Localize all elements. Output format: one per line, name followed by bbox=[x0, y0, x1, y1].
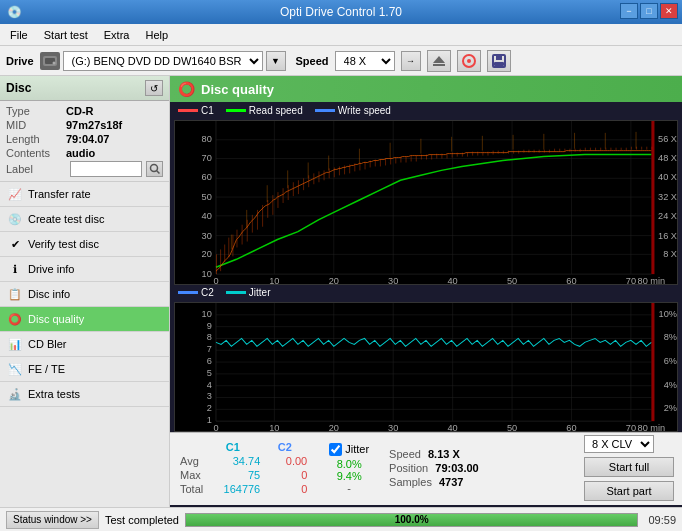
disc-quality-icon: ⭕ bbox=[8, 312, 22, 326]
save-button[interactable] bbox=[487, 50, 511, 72]
disc-type-value: CD-R bbox=[66, 105, 94, 117]
svg-rect-147 bbox=[616, 148, 617, 151]
jitter-checkbox[interactable] bbox=[329, 443, 342, 456]
disc-type-row: Type CD-R bbox=[6, 105, 163, 117]
svg-text:10: 10 bbox=[202, 269, 212, 279]
svg-text:70: 70 bbox=[202, 154, 212, 164]
menu-file[interactable]: File bbox=[4, 27, 34, 43]
svg-text:80 min: 80 min bbox=[638, 276, 666, 284]
disc-contents-value: audio bbox=[66, 147, 95, 159]
svg-rect-101 bbox=[380, 160, 381, 167]
fe-te-icon: 📉 bbox=[8, 362, 22, 376]
svg-rect-79 bbox=[267, 200, 268, 218]
content-header-title: Disc quality bbox=[201, 82, 274, 97]
svg-text:5: 5 bbox=[207, 368, 212, 378]
extra-tests-icon: 🔬 bbox=[8, 387, 22, 401]
position-key: Position bbox=[389, 462, 428, 474]
cd-bler-icon: 📊 bbox=[8, 337, 22, 351]
sidebar-item-drive-info[interactable]: ℹ Drive info bbox=[0, 257, 169, 282]
svg-rect-107 bbox=[411, 156, 412, 162]
menu-extra[interactable]: Extra bbox=[98, 27, 136, 43]
drive-dropdown[interactable]: (G:) BENQ DVD DD DW1640 BSRB bbox=[63, 51, 263, 71]
svg-text:4%: 4% bbox=[664, 380, 677, 390]
svg-rect-84 bbox=[293, 182, 294, 196]
clv-dropdown[interactable]: 8 X CLV bbox=[584, 435, 654, 453]
disc-info-icon: 📋 bbox=[8, 287, 22, 301]
svg-rect-153 bbox=[646, 147, 647, 150]
svg-text:70: 70 bbox=[626, 276, 636, 284]
stats-table: C1 C2 Avg 34.74 0.00 Max 75 0 Total bbox=[178, 439, 309, 497]
svg-text:80 min: 80 min bbox=[638, 423, 666, 431]
samples-key: Samples bbox=[389, 476, 432, 488]
drive-info-icon: ℹ bbox=[8, 262, 22, 276]
minimize-button[interactable]: − bbox=[620, 3, 638, 19]
svg-point-2 bbox=[52, 61, 55, 64]
legend-c2: C2 bbox=[178, 287, 214, 298]
jitter-section: Jitter 8.0% 9.4% - bbox=[329, 443, 369, 494]
position-row: Position 79:03.00 bbox=[389, 462, 479, 474]
sidebar-item-verify-test-disc[interactable]: ✔ Verify test disc bbox=[0, 232, 169, 257]
svg-text:10%: 10% bbox=[659, 309, 677, 319]
status-time: 09:59 bbox=[648, 514, 676, 526]
start-part-button[interactable]: Start part bbox=[584, 481, 674, 501]
sidebar-item-cd-bler[interactable]: 📊 CD Bler bbox=[0, 332, 169, 357]
svg-rect-151 bbox=[636, 147, 637, 150]
disc-contents-row: Contents audio bbox=[6, 147, 163, 159]
drive-refresh-button[interactable]: ▼ bbox=[266, 51, 286, 71]
sidebar-item-fe-te[interactable]: 📉 FE / TE bbox=[0, 357, 169, 382]
svg-rect-102 bbox=[385, 159, 386, 166]
sidebar-item-disc-quality[interactable]: ⭕ Disc quality bbox=[0, 307, 169, 332]
verify-test-disc-icon: ✔ bbox=[8, 237, 22, 251]
sidebar-item-label-cd-bler: CD Bler bbox=[28, 338, 67, 350]
svg-rect-89 bbox=[318, 171, 319, 182]
svg-rect-75 bbox=[247, 220, 248, 242]
app-title: Opti Drive Control 1.70 bbox=[280, 5, 402, 19]
svg-text:7: 7 bbox=[207, 344, 212, 354]
sidebar-item-transfer-rate[interactable]: 📈 Transfer rate bbox=[0, 182, 169, 207]
sidebar: Disc ↺ Type CD-R MID 97m27s18f Length 79… bbox=[0, 76, 170, 507]
speed-key: Speed bbox=[389, 448, 421, 460]
eject-button[interactable] bbox=[427, 50, 451, 72]
sidebar-item-disc-info[interactable]: 📋 Disc info bbox=[0, 282, 169, 307]
svg-rect-127 bbox=[513, 151, 514, 154]
svg-text:60: 60 bbox=[566, 276, 576, 284]
svg-text:50: 50 bbox=[202, 192, 212, 202]
legend-jitter-color bbox=[226, 291, 246, 294]
svg-rect-77 bbox=[257, 210, 258, 230]
burn-button[interactable] bbox=[457, 50, 481, 72]
status-window-button[interactable]: Status window >> bbox=[6, 511, 99, 529]
disc-refresh-button[interactable]: ↺ bbox=[145, 80, 163, 96]
menu-start-test[interactable]: Start test bbox=[38, 27, 94, 43]
sidebar-item-extra-tests[interactable]: 🔬 Extra tests bbox=[0, 382, 169, 407]
max-jitter-value: 9.4% bbox=[329, 470, 369, 482]
speed-confirm-button[interactable]: → bbox=[401, 51, 421, 71]
svg-text:20: 20 bbox=[329, 423, 339, 431]
speed-dropdown[interactable]: 48 X bbox=[335, 51, 395, 71]
maximize-button[interactable]: □ bbox=[640, 3, 658, 19]
legend-write-speed-label: Write speed bbox=[338, 105, 391, 116]
sidebar-item-create-test-disc[interactable]: 💿 Create test disc bbox=[0, 207, 169, 232]
svg-rect-4 bbox=[433, 64, 445, 66]
svg-rect-81 bbox=[277, 192, 278, 208]
svg-text:2%: 2% bbox=[664, 403, 677, 413]
svg-rect-116 bbox=[457, 153, 458, 157]
avg-c2-value: 0.00 bbox=[262, 455, 307, 467]
disc-length-value: 79:04.07 bbox=[66, 133, 109, 145]
speed-label: Speed bbox=[296, 55, 329, 67]
chart-legend-top: C1 Read speed Write speed bbox=[170, 102, 682, 118]
max-label: Max bbox=[180, 469, 203, 481]
svg-rect-137 bbox=[564, 149, 565, 152]
nav-list: 📈 Transfer rate 💿 Create test disc ✔ Ver… bbox=[0, 182, 169, 407]
svg-rect-132 bbox=[539, 150, 540, 153]
total-label: Total bbox=[180, 483, 203, 495]
svg-text:0: 0 bbox=[213, 276, 218, 284]
close-button[interactable]: ✕ bbox=[660, 3, 678, 19]
disc-label-input[interactable] bbox=[70, 161, 142, 177]
svg-rect-128 bbox=[518, 151, 519, 154]
start-full-button[interactable]: Start full bbox=[584, 457, 674, 477]
menu-help[interactable]: Help bbox=[139, 27, 174, 43]
disc-label-search-button[interactable] bbox=[146, 161, 163, 177]
svg-rect-105 bbox=[400, 157, 401, 163]
samples-row: Samples 4737 bbox=[389, 476, 479, 488]
svg-text:3: 3 bbox=[207, 392, 212, 402]
